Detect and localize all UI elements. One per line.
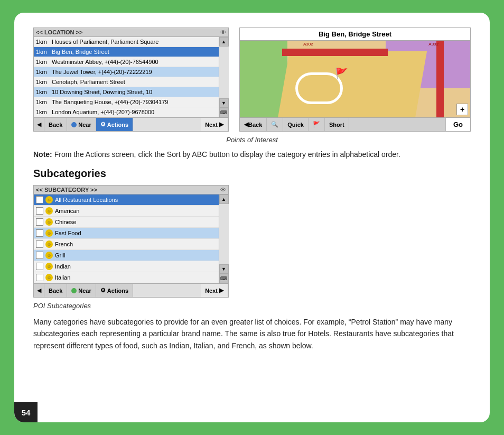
map-flag-icon: 🚩 xyxy=(309,118,325,131)
subcat-checkbox[interactable] xyxy=(36,207,43,215)
actions-btn[interactable]: ⚙ Actions xyxy=(96,118,133,131)
map-title: Big Ben, Bridge Street xyxy=(319,30,391,38)
location-list-container: 1kmHouses of Parliament, Parliament Squa… xyxy=(34,37,228,117)
subcat-actions-btn[interactable]: ⚙ Actions xyxy=(96,284,133,297)
location-row[interactable]: 1kmThe Jewel Tower, +(44)-(20)-72222219 xyxy=(34,67,219,77)
page-number: 54 xyxy=(14,402,38,422)
scroll-down-btn[interactable]: ▼ xyxy=(219,98,229,108)
subcat-row[interactable]: ☺Indian xyxy=(34,261,219,272)
map-marker: 🚩 xyxy=(335,67,348,80)
subcat-nav-left-arrow[interactable]: ◀ xyxy=(34,284,44,297)
location-name: Westminster Abbey, +(44)-(20)-76544900 xyxy=(52,59,217,65)
back-btn[interactable]: Back xyxy=(44,118,67,131)
page: << LOCATION >> 👁 1kmHouses of Parliament… xyxy=(14,13,490,422)
location-dist: 1km xyxy=(36,79,52,85)
map-panel: Big Ben, Bridge Street 50m A302 A302 xyxy=(239,27,471,132)
map-zoom-in-btn[interactable]: + xyxy=(456,104,468,115)
map-road-h-top xyxy=(282,49,388,56)
location-row[interactable]: 1kmCenotaph, Parliament Street xyxy=(34,77,219,87)
note-content: From the Actions screen, click the Sort … xyxy=(54,150,400,159)
subcat-checkbox[interactable] xyxy=(36,229,43,237)
location-row[interactable]: 1kmHouses of Parliament, Parliament Squa… xyxy=(34,37,219,47)
subcat-name: All Restaurant Locations xyxy=(55,197,118,203)
subcat-checkbox[interactable] xyxy=(36,274,43,281)
subcat-back-btn[interactable]: Back xyxy=(44,284,67,297)
location-panel: << LOCATION >> 👁 1kmHouses of Parliament… xyxy=(33,27,229,132)
subcat-scroll-down-btn[interactable]: ▼ xyxy=(219,264,229,274)
subcat-icon: ☺ xyxy=(45,207,53,215)
location-dist: 1km xyxy=(36,109,52,115)
subcat-row[interactable]: ☺Italian xyxy=(34,272,219,283)
note-label: Note: xyxy=(33,150,52,159)
subcat-checkbox[interactable] xyxy=(36,240,43,248)
subcat-checkbox[interactable] xyxy=(36,218,43,226)
map-header: Big Ben, Bridge Street xyxy=(240,28,470,41)
subcat-row[interactable]: ☺American xyxy=(34,206,219,217)
next-btn[interactable]: Next ▶ xyxy=(201,118,228,131)
subcat-icon: ☺ xyxy=(45,196,53,203)
next-arrow-icon: ▶ xyxy=(219,121,223,128)
location-list-body: 1kmHouses of Parliament, Parliament Squa… xyxy=(34,37,219,117)
location-dist: 1km xyxy=(36,39,52,45)
map-search-btn[interactable]: 🔍 xyxy=(267,118,283,131)
location-name: Big Ben, Bridge Street xyxy=(52,49,217,55)
location-row[interactable]: 1km10 Downing Street, Downing Street, 10 xyxy=(34,87,219,97)
subcat-near-btn[interactable]: Near xyxy=(67,284,96,297)
subcat-icon: ☺ xyxy=(45,274,53,281)
subcat-name: Indian xyxy=(55,263,71,270)
subcat-checkbox[interactable] xyxy=(36,252,43,259)
location-row[interactable]: 1kmWestminster Abbey, +(44)-(20)-7654490… xyxy=(34,57,219,67)
location-row[interactable]: 1kmLondon Aquarium, +(44)-(207)-9678000 xyxy=(34,107,219,117)
subcat-scrollbar[interactable]: ▲ ▼ ⌨ xyxy=(219,195,228,283)
subcat-panel-header: << SUBCATEGORY >> 👁 xyxy=(34,186,228,195)
map-short-btn[interactable]: Short xyxy=(325,118,349,131)
subcat-scroll-up-btn[interactable]: ▲ xyxy=(219,195,229,204)
actions-icon: ⚙ xyxy=(100,121,106,128)
subcat-row[interactable]: ☺Fast Food xyxy=(34,228,219,239)
map-body: 50m A302 A302 🚩 + xyxy=(240,41,470,117)
subcat-next-btn[interactable]: Next ▶ xyxy=(201,284,228,297)
location-panel-nav: ◀ Back Near ⚙ Actions Next ▶ xyxy=(34,117,228,131)
map-road-v-right xyxy=(436,41,444,117)
location-dist: 1km xyxy=(36,69,52,75)
subcat-name: Chinese xyxy=(55,219,76,225)
location-scrollbar[interactable]: ▲ ▼ ⌨ xyxy=(219,37,228,117)
subcat-panel-nav: ◀ Back Near ⚙ Actions Next ▶ xyxy=(34,283,228,297)
nav-left-arrow[interactable]: ◀ xyxy=(34,118,44,131)
location-panel-header: << LOCATION >> 👁 xyxy=(34,28,228,37)
location-dist: 1km xyxy=(36,49,52,55)
map-road-label-1: A302 xyxy=(303,42,313,47)
location-name: Houses of Parliament, Parliament Square xyxy=(52,39,217,45)
subcat-row[interactable]: ☺French xyxy=(34,239,219,250)
keyboard-btn[interactable]: ⌨ xyxy=(219,108,229,117)
near-dot xyxy=(71,122,77,127)
subcat-keyboard-btn[interactable]: ⌨ xyxy=(219,274,229,283)
subcat-icon: ☺ xyxy=(45,240,53,248)
subcat-name: American xyxy=(55,208,79,214)
subcat-name: Fast Food xyxy=(55,230,81,236)
subcat-header-title: << SUBCATEGORY >> xyxy=(36,187,97,193)
location-row[interactable]: 1kmBig Ben, Bridge Street xyxy=(34,47,219,57)
subcat-caption: POI Subcategories xyxy=(33,302,471,310)
map-road-label-2: A302 xyxy=(428,42,438,47)
near-btn[interactable]: Near xyxy=(67,118,96,131)
map-quick-btn[interactable]: Quick xyxy=(283,118,309,131)
map-back-btn[interactable]: ◀ Back xyxy=(240,118,267,131)
location-name: The Jewel Tower, +(44)-(20)-72222219 xyxy=(52,69,217,75)
subcat-checkbox[interactable] xyxy=(36,196,43,203)
map-go-btn[interactable]: Go xyxy=(445,118,470,131)
subcat-next-arrow-icon: ▶ xyxy=(219,287,223,294)
subcat-name: Grill xyxy=(55,252,66,258)
subcat-row[interactable]: ☺Grill xyxy=(34,250,219,261)
subcat-actions-icon: ⚙ xyxy=(100,287,106,294)
location-header-title: << LOCATION >> xyxy=(36,29,82,35)
subcat-row[interactable]: ☺All Restaurant Locations xyxy=(34,195,219,206)
subcat-checkbox[interactable] xyxy=(36,263,43,270)
eye-icon: 👁 xyxy=(220,29,226,35)
subcat-scroll-track xyxy=(219,204,229,264)
subcat-row[interactable]: ☺Chinese xyxy=(34,217,219,228)
top-section: << LOCATION >> 👁 1kmHouses of Parliament… xyxy=(33,27,471,132)
scroll-up-btn[interactable]: ▲ xyxy=(219,37,229,47)
location-row[interactable]: 1kmThe Banqueting House, +(44)-(20)-7930… xyxy=(34,97,219,107)
note-paragraph: Note: From the Actions screen, click the… xyxy=(33,149,471,160)
